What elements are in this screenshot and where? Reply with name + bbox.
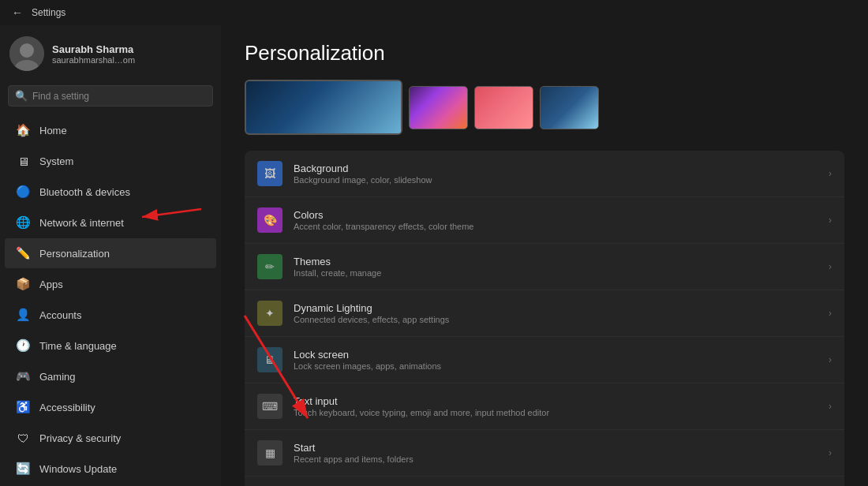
themes-desc: Install, create, manage <box>294 268 829 278</box>
wallpaper-main[interactable] <box>245 80 402 135</box>
lock-screen-title: Lock screen <box>294 349 829 361</box>
sidebar-item-label-personalization: Personalization <box>39 248 110 260</box>
user-profile[interactable]: Saurabh Sharma saurabhmarshal…om <box>0 25 221 82</box>
sidebar-item-system[interactable]: 🖥 System <box>5 146 216 176</box>
background-title: Background <box>294 163 829 174</box>
start-desc: Recent apps and items, folders <box>294 454 829 464</box>
sidebar-item-time[interactable]: 🕐 Time & language <box>5 331 216 361</box>
apps-icon: 📦 <box>14 275 32 293</box>
background-icon: 🖼 <box>257 161 282 186</box>
themes-text: Themes Install, create, manage <box>294 256 829 278</box>
user-name: Saurabh Sharma <box>52 43 135 55</box>
sidebar-item-label-system: System <box>39 155 73 167</box>
search-box: 🔍 <box>8 85 213 107</box>
dynamic-lighting-desc: Connected devices, effects, app settings <box>294 315 829 324</box>
back-button[interactable]: ← <box>9 5 25 21</box>
settings-item-taskbar[interactable]: ▬ Taskbar Taskbar behaviors, system pins… <box>245 477 844 486</box>
themes-icon: ✏ <box>257 254 282 279</box>
sidebar-item-bluetooth[interactable]: 🔵 Bluetooth & devices <box>5 177 216 207</box>
start-chevron: › <box>829 447 832 458</box>
main-layout: Saurabh Sharma saurabhmarshal…om 🔍 🏠 Hom… <box>0 25 868 486</box>
content-area: Personalization 🖼 Background Background … <box>221 25 868 486</box>
sidebar-item-label-privacy: Privacy & security <box>39 432 121 444</box>
windows-update-icon: 🔄 <box>14 460 32 477</box>
wallpaper-thumb-3[interactable] <box>540 86 599 129</box>
dynamic-lighting-title: Dynamic Lighting <box>294 302 829 314</box>
colors-title: Colors <box>294 209 829 221</box>
text-input-chevron: › <box>829 401 832 412</box>
themes-chevron: › <box>829 261 832 272</box>
network-icon: 🌐 <box>14 214 32 231</box>
sidebar-item-label-windows-update: Windows Update <box>39 463 117 475</box>
home-icon: 🏠 <box>14 122 32 139</box>
sidebar-item-label-bluetooth: Bluetooth & devices <box>39 186 130 198</box>
settings-item-themes[interactable]: ✏ Themes Install, create, manage › <box>245 244 844 290</box>
settings-item-colors[interactable]: 🎨 Colors Accent color, transparency effe… <box>245 197 844 244</box>
settings-list: 🖼 Background Background image, color, sl… <box>245 151 844 486</box>
wallpaper-thumb-2[interactable] <box>474 86 533 129</box>
avatar <box>9 36 44 71</box>
background-text: Background Background image, color, slid… <box>294 163 829 185</box>
sidebar-item-label-apps: Apps <box>39 279 63 290</box>
settings-item-text-input[interactable]: ⌨ Text input Touch keyboard, voice typin… <box>245 383 844 430</box>
bluetooth-icon: 🔵 <box>14 183 32 200</box>
title-bar-label: Settings <box>32 7 65 18</box>
search-input[interactable] <box>32 91 206 102</box>
text-input-title: Text input <box>294 395 829 407</box>
start-icon: ▦ <box>257 440 282 465</box>
lock-screen-icon: 🖥 <box>257 347 282 372</box>
privacy-icon: 🛡 <box>14 429 32 447</box>
sidebar-item-privacy[interactable]: 🛡 Privacy & security <box>5 423 216 453</box>
sidebar-item-accounts[interactable]: 👤 Accounts <box>5 300 216 330</box>
personalization-icon: ✏️ <box>14 245 32 262</box>
sidebar-item-label-gaming: Gaming <box>39 371 76 383</box>
wallpaper-main-inner <box>246 81 401 133</box>
page-title: Personalization <box>245 41 844 65</box>
sidebar-item-personalization[interactable]: ✏️ Personalization <box>5 238 216 268</box>
colors-icon: 🎨 <box>257 207 282 233</box>
sidebar-item-apps[interactable]: 📦 Apps <box>5 269 216 299</box>
start-title: Start <box>294 442 829 454</box>
sidebar: Saurabh Sharma saurabhmarshal…om 🔍 🏠 Hom… <box>0 25 221 486</box>
sidebar-item-label-accessibility: Accessibility <box>39 402 95 413</box>
settings-item-background[interactable]: 🖼 Background Background image, color, sl… <box>245 151 844 197</box>
colors-desc: Accent color, transparency effects, colo… <box>294 222 829 231</box>
text-input-text: Text input Touch keyboard, voice typing,… <box>294 395 829 417</box>
dynamic-lighting-chevron: › <box>829 308 832 319</box>
wallpaper-previews <box>245 80 844 135</box>
lock-screen-chevron: › <box>829 354 832 365</box>
search-container: 🔍 <box>0 82 221 114</box>
text-input-desc: Touch keyboard, voice typing, emoji and … <box>294 408 829 417</box>
background-desc: Background image, color, slideshow <box>294 175 829 185</box>
wallpaper-thumb-1[interactable] <box>409 86 468 129</box>
search-icon: 🔍 <box>15 90 28 102</box>
settings-item-lock-screen[interactable]: 🖥 Lock screen Lock screen images, apps, … <box>245 337 844 383</box>
dynamic-lighting-text: Dynamic Lighting Connected devices, effe… <box>294 302 829 324</box>
text-input-icon: ⌨ <box>257 394 282 419</box>
colors-chevron: › <box>829 215 832 226</box>
settings-item-dynamic-lighting[interactable]: ✦ Dynamic Lighting Connected devices, ef… <box>245 290 844 337</box>
accounts-icon: 👤 <box>14 306 32 323</box>
user-info: Saurabh Sharma saurabhmarshal…om <box>52 43 135 65</box>
sidebar-item-home[interactable]: 🏠 Home <box>5 115 216 145</box>
themes-title: Themes <box>294 256 829 267</box>
title-bar: ← Settings <box>0 0 868 25</box>
dynamic-lighting-icon: ✦ <box>257 301 282 326</box>
background-chevron: › <box>829 168 832 179</box>
settings-item-start[interactable]: ▦ Start Recent apps and items, folders › <box>245 430 844 477</box>
time-icon: 🕐 <box>14 337 32 354</box>
accessibility-icon: ♿ <box>14 398 32 416</box>
user-email: saurabhmarshal…om <box>52 55 135 65</box>
sidebar-item-label-time: Time & language <box>39 340 117 352</box>
system-icon: 🖥 <box>14 152 32 170</box>
sidebar-item-accessibility[interactable]: ♿ Accessibility <box>5 392 216 422</box>
sidebar-item-label-accounts: Accounts <box>39 309 81 321</box>
sidebar-item-windows-update[interactable]: 🔄 Windows Update <box>5 454 216 484</box>
nav-list: 🏠 Home 🖥 System 🔵 Bluetooth & devices 🌐 … <box>0 114 221 484</box>
sidebar-item-network[interactable]: 🌐 Network & internet <box>5 207 216 237</box>
sidebar-item-gaming[interactable]: 🎮 Gaming <box>5 361 216 391</box>
sidebar-item-label-network: Network & internet <box>39 217 124 229</box>
colors-text: Colors Accent color, transparency effect… <box>294 209 829 231</box>
gaming-icon: 🎮 <box>14 368 32 385</box>
lock-screen-text: Lock screen Lock screen images, apps, an… <box>294 349 829 371</box>
